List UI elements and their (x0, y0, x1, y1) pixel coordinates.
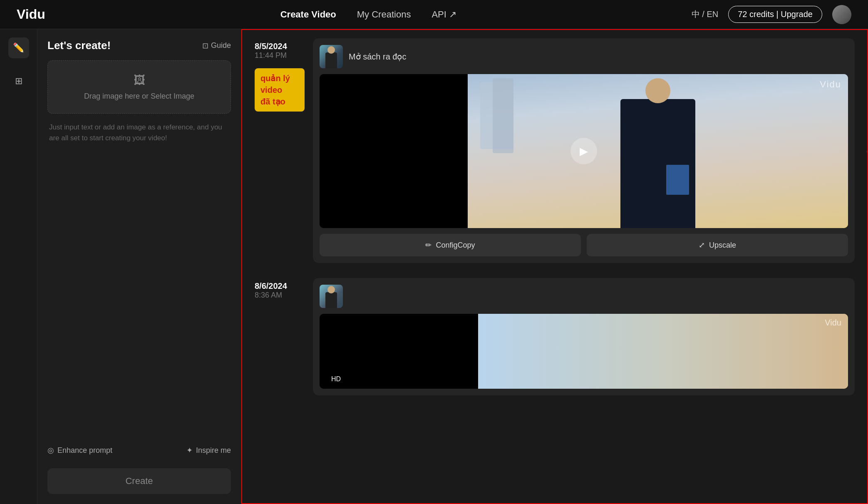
panel-title: Let's create! (47, 39, 111, 52)
play-icon: ▶ (580, 145, 588, 158)
video-preview-2[interactable]: Vidu HD (320, 314, 848, 389)
card-prompt-1: Mở sách ra đọc (349, 52, 848, 62)
inspire-me-button[interactable]: ✦ Inspire me (186, 446, 231, 455)
main-layout: ✏️ ⊞ Let's create! ⊡ Guide 🖼 Drag image … (0, 29, 868, 504)
card-header-1: Mở sách ra đọc (320, 45, 848, 68)
sidebar-create-icon[interactable]: ✏️ (8, 37, 29, 58)
thumbdown-button-1[interactable]: 👎 (863, 115, 868, 132)
video-center-2 (478, 314, 848, 389)
date-row-2: 8/6/2024 8:36 AM (255, 278, 855, 395)
sidebar-settings-icon[interactable]: ⊞ (8, 71, 29, 92)
time-label-2: 8:36 AM (255, 291, 305, 300)
card-footer-1: ✏ ConfigCopy ⤢ Upscale (320, 234, 848, 256)
manage-label-card: quản lý video đã tạo (255, 68, 305, 112)
nav-create-video[interactable]: Create Video (280, 9, 336, 20)
card-col-1: Mở sách ra đọc (313, 38, 855, 263)
video-scene-2 (320, 314, 848, 389)
date-col-1: 8/5/2024 11:44 PM quản lý video đã tạo (255, 38, 305, 112)
my-creations-panel: 8/5/2024 11:44 PM quản lý video đã tạo (241, 29, 868, 504)
header-right: 中 / EN 72 credits | Upgrade (692, 5, 851, 24)
video-black-left (320, 74, 468, 228)
video-watermark-1: Vidu (820, 79, 841, 90)
video-card-1: Mở sách ra đọc (313, 38, 855, 263)
card-actions-1: ☆ 👍 👎 🔗 ··· (863, 63, 868, 184)
video-watermark-2: Vidu (825, 318, 841, 328)
star-button-1[interactable]: ☆ (863, 63, 868, 81)
thumbup-button-1[interactable]: 👍 (863, 89, 868, 107)
video-center-scene (468, 74, 848, 228)
card-col-2: Vidu HD ☆ (313, 278, 855, 395)
date-label-1: 8/5/2024 (255, 42, 305, 51)
thumb-up-icon: 👍 (866, 92, 868, 103)
share-button-1[interactable]: 🔗 (863, 141, 868, 158)
config-copy-button[interactable]: ✏ ConfigCopy (320, 234, 581, 256)
hd-badge-2: HD (326, 374, 346, 385)
date-row-1: 8/5/2024 11:44 PM quản lý video đã tạo (255, 38, 855, 263)
time-label-1: 11:44 PM (255, 51, 305, 60)
image-upload-area[interactable]: 🖼 Drag image here or Select Image (47, 60, 231, 114)
card-thumbnail-1 (320, 45, 343, 68)
share-icon: 🔗 (866, 144, 868, 155)
thumb-down-icon: 👎 (866, 118, 868, 129)
date-label-2: 8/6/2024 (255, 281, 305, 291)
inspire-icon: ✦ (186, 446, 193, 455)
hint-text: Just input text or add an image as a ref… (47, 122, 231, 143)
nav-my-creations[interactable]: My Creations (357, 9, 411, 20)
guide-button[interactable]: ⊡ Guide (202, 41, 231, 50)
panel-header: Let's create! ⊡ Guide (47, 39, 231, 52)
nav-api[interactable]: API ↗ (432, 9, 456, 20)
credits-upgrade-button[interactable]: 72 credits | Upgrade (728, 6, 822, 23)
enhance-prompt-button[interactable]: ◎ Enhance prompt (47, 446, 112, 455)
header: Vidu Create Video My Creations API ↗ 中 /… (0, 0, 868, 29)
user-avatar[interactable] (832, 5, 851, 24)
pencil-icon: ✏️ (13, 42, 24, 53)
video-card-2: Vidu HD (313, 278, 855, 395)
upscale-button[interactable]: ⤢ Upscale (587, 234, 848, 256)
more-button-1[interactable]: ··· (863, 166, 868, 184)
manage-label-line1: quản lý (260, 72, 299, 84)
upload-image-icon: 🖼 (134, 73, 145, 87)
logo: Vidu (17, 7, 45, 22)
guide-icon: ⊡ (202, 41, 208, 50)
avatar-image (832, 5, 851, 24)
create-button[interactable]: Create (47, 468, 231, 494)
play-button-1[interactable]: ▶ (570, 138, 597, 164)
sliders-icon: ⊞ (15, 76, 22, 87)
bottom-actions: ◎ Enhance prompt ✦ Inspire me (47, 439, 231, 455)
video-preview-1[interactable]: Vidu ▶ (320, 74, 848, 228)
creation-group-1: 8/5/2024 11:44 PM quản lý video đã tạo (255, 38, 855, 263)
manage-label-line2: video (260, 84, 299, 96)
sidebar-icons: ✏️ ⊞ (0, 29, 37, 504)
left-panel: Let's create! ⊡ Guide 🖼 Drag image here … (37, 29, 241, 504)
main-nav: Create Video My Creations API ↗ (280, 9, 456, 20)
date-col-2: 8/6/2024 8:36 AM (255, 278, 305, 300)
card-header-2 (320, 285, 848, 308)
language-switcher[interactable]: 中 / EN (692, 9, 718, 20)
creation-group-2: 8/6/2024 8:36 AM (255, 278, 855, 395)
enhance-icon: ◎ (47, 446, 54, 455)
card-thumbnail-2 (320, 285, 343, 308)
external-link-icon: ↗ (449, 9, 456, 20)
edit-icon: ✏ (425, 241, 432, 250)
upload-text: Drag image here or Select Image (84, 92, 194, 101)
manage-label-line3: đã tạo (260, 96, 299, 107)
expand-icon: ⤢ (699, 241, 705, 250)
